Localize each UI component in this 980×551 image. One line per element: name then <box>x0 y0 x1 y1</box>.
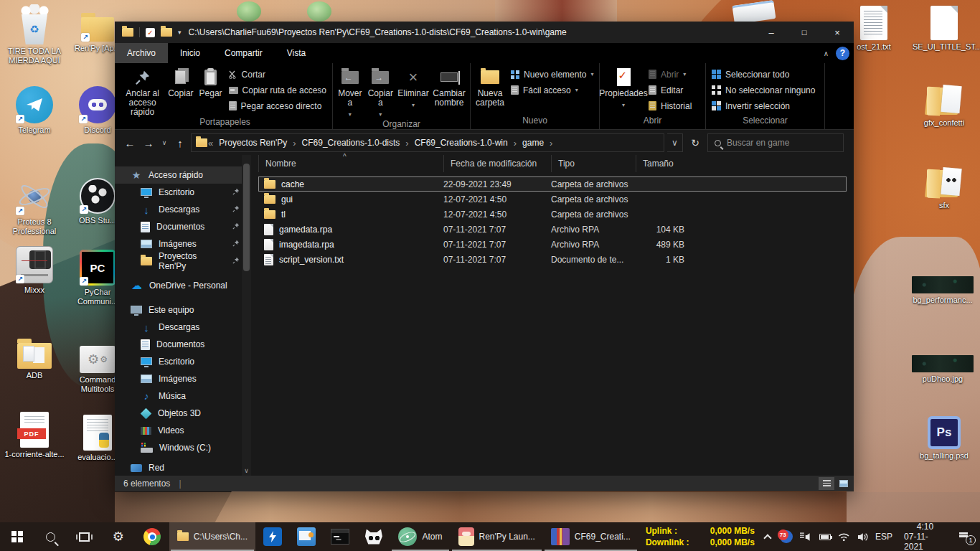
sidebar-item-este-equipo[interactable]: Este equipo <box>115 301 251 319</box>
forward-button[interactable]: → <box>141 137 156 149</box>
taskbar-foobar-button[interactable] <box>357 522 390 551</box>
collapse-ribbon-icon[interactable]: ∧ <box>824 50 829 57</box>
task-view-button[interactable] <box>67 522 101 551</box>
sidebar-item-documentos-qa[interactable]: Documentos <box>115 218 251 235</box>
taskbar-atom-button[interactable]: Atom <box>390 522 450 551</box>
new-item-button[interactable]: Nuevo elemento ▾ <box>507 67 597 82</box>
show-hidden-icons-icon[interactable] <box>763 534 771 542</box>
sidebar-item-proyectos-renpy[interactable]: Proyectos Ren'Py <box>115 253 251 270</box>
volume-mixer-icon[interactable] <box>800 532 811 542</box>
move-to-button[interactable]: ← Mover a▾ <box>335 65 365 119</box>
sidebar-item-imagenes-qa[interactable]: Imágenes <box>115 235 251 253</box>
search-input[interactable] <box>727 138 837 148</box>
cut-button[interactable]: Cortar <box>225 67 330 82</box>
language-indicator[interactable]: ESP <box>875 532 892 542</box>
taskbar-cmd-button[interactable] <box>323 522 357 551</box>
back-button[interactable]: ← <box>122 137 138 149</box>
sidebar-item-objetos-3d[interactable]: Objetos 3D <box>115 405 251 422</box>
copy-to-button[interactable]: → Copiar a▾ <box>365 65 396 119</box>
titlebar[interactable]: ✓ ▾ C:\Users\CharlieFuu69\Proyectos Ren'… <box>115 22 854 43</box>
delete-button[interactable]: × Eliminar▾ <box>396 65 430 119</box>
taskbar-explorer-button[interactable]: C:\Users\Ch... <box>169 522 255 551</box>
properties-quick-icon[interactable]: ✓ <box>146 28 155 37</box>
sidebar-item-imagenes[interactable]: Imágenes <box>115 370 251 387</box>
tab-archivo[interactable]: Archivo <box>115 43 168 63</box>
taskbar-winrar-button[interactable]: CF69_Creati... <box>543 522 639 551</box>
edit-button[interactable]: Editar <box>645 83 695 98</box>
details-view-button[interactable] <box>819 477 834 490</box>
tray-app-badge[interactable]: 73 <box>778 529 793 544</box>
refresh-icon[interactable]: ↻ <box>686 133 705 152</box>
copy-button[interactable]: Copiar <box>165 65 196 117</box>
column-header-nombre[interactable]: Nombre <box>258 155 443 172</box>
column-header-tamano[interactable]: Tamaño <box>636 155 690 172</box>
file-row-gui[interactable]: gui 12-07-2021 4:50 Carpeta de archivos <box>258 192 847 207</box>
breadcrumb[interactable]: « Proyectos Ren'Py › CF69_Creations-1.0-… <box>191 133 664 152</box>
sidebar-item-escritorio[interactable]: Escritorio <box>115 353 251 370</box>
sidebar-item-descargas-qa[interactable]: ↓ Descargas <box>115 201 251 218</box>
search-box[interactable] <box>707 133 844 152</box>
desktop-icon-se-ui-title[interactable]: SE_UI_TITLE_ST... <box>910 6 979 52</box>
taskbar-renpy-button[interactable]: Ren'Py Laun... <box>451 522 543 551</box>
chrome-button[interactable] <box>136 522 169 551</box>
column-header-tipo[interactable]: Tipo <box>551 155 636 172</box>
minimize-button[interactable]: – <box>755 22 788 43</box>
desktop-icon-adb[interactable]: ADB <box>3 343 66 380</box>
breadcrumb-overflow-icon[interactable]: « <box>207 138 214 149</box>
desktop-icon-pudheo-jpg[interactable]: puDheo.jpg <box>907 355 979 384</box>
properties-button[interactable]: ✓ Propiedades▾ <box>602 65 645 116</box>
tab-inicio[interactable]: Inicio <box>168 43 212 63</box>
tab-vista[interactable]: Vista <box>275 43 318 63</box>
sidebar-item-documentos[interactable]: Documentos <box>115 336 251 353</box>
desktop-icon-bg-performance[interactable]: bg_performanc... <box>907 276 979 305</box>
maximize-button[interactable]: □ <box>788 22 821 43</box>
rename-button[interactable]: Cambiar nombre <box>430 65 468 119</box>
thumbnails-view-button[interactable] <box>836 477 852 490</box>
select-none-button[interactable]: No seleccionar ninguno <box>708 83 819 98</box>
taskbar-sysinfo-button[interactable] <box>289 522 323 551</box>
desktop-icon-recycle-bin[interactable]: ♻ TIRE TODA LA MIERDA AQUÍ <box>3 6 66 65</box>
sidebar-item-red[interactable]: Red <box>115 459 251 476</box>
new-folder-button[interactable]: Nueva carpeta <box>473 65 507 116</box>
crumb-win[interactable]: CF69_Creations-1.0-win <box>410 134 513 151</box>
desktop-icon-pdf[interactable]: PDF 1-corriente-alte... <box>3 412 66 459</box>
crumb-game[interactable]: game <box>517 134 549 151</box>
scrollbar-down-icon[interactable]: ∨ <box>242 467 251 474</box>
desktop-icon-mixxx[interactable]: ↗ Mixxx <box>3 246 66 295</box>
copy-path-button[interactable]: Copiar ruta de acceso <box>225 83 330 98</box>
history-button[interactable]: Historial <box>645 98 695 113</box>
taskbar-lightshot-button[interactable] <box>255 522 289 551</box>
file-row-script-version[interactable]: script_version.txt 07-11-2021 7:07 Docum… <box>258 252 847 267</box>
desktop-icon-gfx-confetti[interactable]: gfx_confetti <box>910 85 979 128</box>
desktop-icon-sfx[interactable]: sfx <box>910 167 979 210</box>
clock[interactable]: 4:10 07-11-2021 <box>900 522 951 551</box>
crumb-dists[interactable]: CF69_Creations-1.0-dists <box>297 134 405 151</box>
notification-center-button[interactable]: 1 <box>958 529 974 544</box>
scrollbar-thumb[interactable] <box>243 164 250 271</box>
sidebar-item-onedrive[interactable]: ☁ OneDrive - Personal <box>115 277 251 294</box>
desktop-icon-proteus[interactable]: ↗ Proteus 8 Professional <box>3 178 66 236</box>
crumb-separator-icon[interactable]: › <box>549 138 553 149</box>
invert-selection-button[interactable]: Invertir selección <box>708 98 819 113</box>
open-button[interactable]: Abrir ▾ <box>645 67 695 82</box>
file-row-cache[interactable]: cache 22-09-2021 23:49 Carpeta de archiv… <box>258 176 847 192</box>
tab-compartir[interactable]: Compartir <box>212 43 275 63</box>
paste-button[interactable]: Pegar <box>197 65 225 117</box>
sidebar-item-musica[interactable]: ♪ Música <box>115 387 251 405</box>
battery-icon[interactable] <box>819 534 831 540</box>
close-button[interactable]: × <box>821 22 854 43</box>
customize-toolbar-icon[interactable]: ▾ <box>178 29 182 36</box>
paste-shortcut-button[interactable]: Pegar acceso directo <box>225 98 330 113</box>
file-row-gamedata[interactable]: gamedata.rpa 07-11-2021 7:07 Archivo RPA… <box>258 222 847 237</box>
easy-access-button[interactable]: Fácil acceso ▾ <box>507 83 597 98</box>
pin-quick-access-button[interactable]: Anclar al acceso rápido <box>120 65 165 117</box>
taskbar-search-button[interactable] <box>34 522 67 551</box>
desktop-icon-photoshop-psd[interactable]: Ps bg_talling.psd <box>910 416 979 461</box>
recent-locations-icon[interactable]: ∨ <box>159 139 169 146</box>
column-header-fecha[interactable]: Fecha de modificación <box>443 155 551 172</box>
up-button[interactable]: ↑ <box>172 137 188 149</box>
wifi-icon[interactable] <box>838 532 849 542</box>
start-button[interactable] <box>0 522 34 551</box>
new-folder-quick-icon[interactable] <box>161 28 172 37</box>
sidebar-item-escritorio-qa[interactable]: Escritorio <box>115 184 251 201</box>
